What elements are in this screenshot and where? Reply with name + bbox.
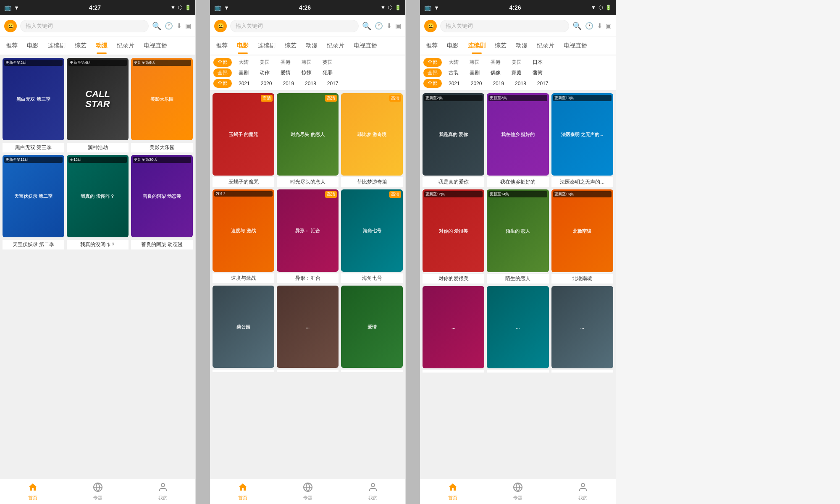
filter-tag-2-5[interactable]: 2017 <box>323 80 343 87</box>
nav-tab-1[interactable]: 电影 <box>233 39 253 53</box>
history-icon[interactable]: 🕐 <box>375 22 383 30</box>
search-input-box[interactable]: 输入关键词 <box>20 20 149 32</box>
filter-tag-1-5[interactable]: 犯罪 <box>318 68 337 77</box>
movie-card[interactable]: 北辙南辕更新至16集 <box>551 189 613 272</box>
search-icon[interactable]: 🔍 <box>362 21 371 31</box>
movie-card[interactable]: 我在他乡 挺好的更新至3集 <box>487 93 549 176</box>
nav-tab-2[interactable]: 连续剧 <box>44 39 70 53</box>
movie-card[interactable]: 爱情 <box>341 286 403 368</box>
filter-tag-0-3[interactable]: 香港 <box>486 58 505 67</box>
filter-tag-1-0[interactable]: 全部 <box>213 68 232 77</box>
movie-card[interactable]: 玉蝎子 的魔咒高清 <box>213 93 274 176</box>
history-icon[interactable]: 🕐 <box>165 22 173 30</box>
bottom-nav-item-0[interactable]: 首页 <box>444 480 462 503</box>
nav-tab-4[interactable]: 动漫 <box>512 39 532 53</box>
nav-tab-3[interactable]: 综艺 <box>281 39 301 53</box>
download-icon[interactable]: ⬇ <box>176 22 182 30</box>
bottom-nav-item-2[interactable]: 我的 <box>154 480 172 503</box>
filter-tag-0-0[interactable]: 全部 <box>423 58 442 67</box>
filter-tag-1-3[interactable]: 偶像 <box>486 68 505 77</box>
bottom-nav-item-0[interactable]: 首页 <box>24 480 42 503</box>
search-icon[interactable]: 🔍 <box>572 21 582 31</box>
movie-card[interactable]: 美影大乐园更新至第6话 <box>131 58 193 140</box>
search-input-box[interactable]: 输入关键词 <box>440 20 569 32</box>
filter-tag-2-2[interactable]: 2020 <box>467 80 486 87</box>
nav-tab-0[interactable]: 推荐 <box>212 39 232 53</box>
filter-tag-1-0[interactable]: 全部 <box>423 68 442 77</box>
filter-tag-2-1[interactable]: 2021 <box>234 80 254 87</box>
download-icon[interactable]: ⬇ <box>386 22 392 30</box>
movie-card[interactable]: CALLSTAR更新至第4话 <box>67 58 129 140</box>
nav-tab-5[interactable]: 纪录片 <box>533 39 559 53</box>
filter-tag-0-4[interactable]: 美国 <box>507 58 526 67</box>
filter-tag-2-0[interactable]: 全部 <box>213 79 232 88</box>
filter-tag-1-3[interactable]: 爱情 <box>276 68 295 77</box>
nav-tab-6[interactable]: 电视直播 <box>139 39 171 53</box>
screen-icon[interactable]: ▣ <box>395 22 401 30</box>
filter-tag-2-3[interactable]: 2019 <box>278 80 298 87</box>
filter-tag-1-4[interactable]: 惊悚 <box>297 68 316 77</box>
filter-tag-0-5[interactable]: 日本 <box>528 58 547 67</box>
movie-card[interactable]: 速度与 激战2017 <box>213 189 274 272</box>
screen-icon[interactable]: ▣ <box>606 22 612 30</box>
filter-tag-0-1[interactable]: 大陆 <box>444 58 463 67</box>
filter-tag-1-4[interactable]: 家庭 <box>507 68 526 77</box>
bottom-nav-item-2[interactable]: 我的 <box>574 480 592 503</box>
search-input-box[interactable]: 输入关键词 <box>230 20 359 32</box>
movie-card[interactable]: ... <box>551 286 613 368</box>
filter-tag-2-5[interactable]: 2017 <box>533 80 553 87</box>
filter-tag-1-2[interactable]: 喜剧 <box>465 68 484 77</box>
nav-tab-6[interactable]: 电视直播 <box>349 39 381 53</box>
movie-card[interactable]: ... <box>277 286 339 368</box>
avatar[interactable]: 😀 <box>4 20 17 32</box>
bottom-nav-item-1[interactable]: 专题 <box>509 480 527 503</box>
filter-tag-0-4[interactable]: 韩国 <box>297 58 316 67</box>
filter-tag-1-1[interactable]: 古装 <box>444 68 463 77</box>
history-icon[interactable]: 🕐 <box>585 22 593 30</box>
filter-tag-2-4[interactable]: 2018 <box>511 80 530 87</box>
bottom-nav-item-1[interactable]: 专题 <box>89 480 107 503</box>
search-icon[interactable]: 🔍 <box>152 21 161 31</box>
nav-tab-2[interactable]: 连续剧 <box>464 39 490 53</box>
movie-card[interactable]: 法医秦明 之无声的...更新至10集 <box>551 93 613 176</box>
avatar[interactable]: 😀 <box>214 20 227 32</box>
filter-tag-2-2[interactable]: 2020 <box>257 80 276 87</box>
nav-tab-3[interactable]: 综艺 <box>491 39 511 53</box>
filter-tag-1-2[interactable]: 动作 <box>255 68 274 77</box>
bottom-nav-item-2[interactable]: 我的 <box>364 480 382 503</box>
movie-card[interactable]: ... <box>487 286 549 368</box>
filter-tag-0-2[interactable]: 美国 <box>255 58 274 67</box>
filter-tag-1-5[interactable]: 藩篱 <box>528 68 547 77</box>
nav-tab-6[interactable]: 电视直播 <box>559 39 591 53</box>
filter-tag-2-3[interactable]: 2019 <box>488 80 508 87</box>
movie-card[interactable]: 善良的阿柒 动态漫更新至第30话 <box>131 155 193 237</box>
nav-tab-0[interactable]: 推荐 <box>422 39 442 53</box>
filter-tag-0-3[interactable]: 香港 <box>276 58 295 67</box>
movie-card[interactable]: 时光尽头 的恋人高清 <box>277 93 339 176</box>
filter-tag-0-2[interactable]: 韩国 <box>465 58 484 67</box>
nav-tab-0[interactable]: 推荐 <box>2 39 22 53</box>
movie-card[interactable]: 我是真的 爱你更新至2集 <box>423 93 484 176</box>
screen-icon[interactable]: ▣ <box>185 22 191 30</box>
movie-card[interactable]: 对你的 爱很美更新至12集 <box>423 189 484 272</box>
filter-tag-0-5[interactable]: 英国 <box>318 58 337 67</box>
nav-tab-1[interactable]: 电影 <box>443 39 463 53</box>
nav-tab-3[interactable]: 综艺 <box>71 39 91 53</box>
nav-tab-4[interactable]: 动漫 <box>92 39 112 53</box>
download-icon[interactable]: ⬇ <box>597 22 602 30</box>
nav-tab-5[interactable]: 纪录片 <box>323 39 349 53</box>
movie-card[interactable]: 我真的 没闯咋？全12话 <box>67 155 129 237</box>
nav-tab-1[interactable]: 电影 <box>23 39 43 53</box>
bottom-nav-item-0[interactable]: 首页 <box>234 480 252 503</box>
movie-card[interactable]: ... <box>423 286 484 368</box>
nav-tab-4[interactable]: 动漫 <box>302 39 322 53</box>
movie-card[interactable]: 陌生的 恋人更新至14集 <box>487 189 549 272</box>
filter-tag-2-4[interactable]: 2018 <box>301 80 320 87</box>
movie-card[interactable]: 柴公园 <box>213 286 274 368</box>
movie-card[interactable]: 黑白无双 第三季更新至第2话 <box>3 58 64 140</box>
nav-tab-5[interactable]: 纪录片 <box>113 39 139 53</box>
filter-tag-2-0[interactable]: 全部 <box>423 79 442 88</box>
filter-tag-0-0[interactable]: 全部 <box>213 58 232 67</box>
filter-tag-2-1[interactable]: 2021 <box>444 80 464 87</box>
filter-tag-1-1[interactable]: 喜剧 <box>234 68 253 77</box>
